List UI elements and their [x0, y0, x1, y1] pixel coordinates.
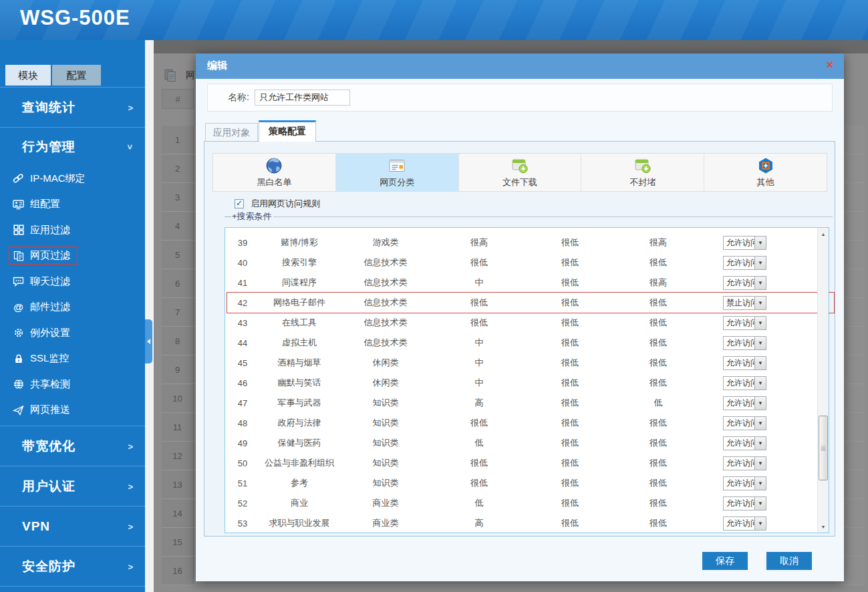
- risk-level-1: 很低: [432, 257, 526, 269]
- chevron-down-icon[interactable]: ▼: [754, 357, 766, 369]
- sidebar-item-6[interactable]: 例外设置: [0, 320, 145, 346]
- scrollbar-grip-icon: [821, 446, 826, 450]
- action-select[interactable]: 允许访问▼: [723, 516, 766, 531]
- risk-level-1: 很低: [432, 297, 526, 309]
- risk-level-3: 很低: [614, 517, 702, 529]
- category-name: 军事与武器: [260, 397, 339, 409]
- chevron-down-icon[interactable]: ▼: [754, 417, 766, 430]
- category-rule-row: 52商业商业类低很低很低允许访问▼: [225, 493, 817, 513]
- category-group: 知识类: [339, 437, 432, 449]
- chevron-down-icon[interactable]: ▼: [754, 277, 766, 289]
- action-cell: 允许访问▼: [702, 416, 817, 430]
- risk-level-3: 很低: [614, 457, 702, 469]
- name-input[interactable]: [255, 90, 350, 106]
- action-cell: 允许访问▼: [702, 436, 817, 450]
- rule-number: 41: [225, 278, 260, 288]
- risk-level-2: 很低: [526, 317, 614, 329]
- chevron-down-icon[interactable]: ▼: [754, 517, 766, 530]
- action-select[interactable]: 允许访问▼: [723, 316, 766, 330]
- chevron-down-icon[interactable]: ▼: [754, 297, 766, 309]
- rule-number: 47: [225, 398, 260, 408]
- sidebar-item-2[interactable]: 应用过滤: [0, 217, 145, 243]
- action-select[interactable]: 允许访问▼: [723, 336, 766, 350]
- sidebar-item-8[interactable]: 共享检测: [0, 372, 145, 398]
- policy-tab-other[interactable]: 其他: [704, 154, 827, 191]
- top-header: WSG-500E: [0, 0, 868, 40]
- sidebar-item-5[interactable]: @邮件过滤: [0, 295, 145, 321]
- action-select[interactable]: 禁止访问▼: [723, 296, 766, 310]
- gear-icon: [12, 327, 25, 339]
- sidebar-item-3[interactable]: 网页过滤: [0, 243, 145, 269]
- chevron-down-icon[interactable]: ▼: [754, 397, 766, 410]
- policy-tab-web-categories[interactable]: 网页分类: [336, 154, 459, 191]
- sidebar-item-7[interactable]: SSL监控: [0, 346, 145, 372]
- action-cell: 允许访问▼: [702, 496, 817, 510]
- category-group: 商业类: [339, 497, 432, 509]
- action-select[interactable]: 允许访问▼: [723, 496, 766, 510]
- sidebar-section-security[interactable]: 安全防护 >: [0, 546, 145, 586]
- chevron-down-icon[interactable]: ▼: [754, 477, 766, 490]
- policy-tab-no-block[interactable]: 不封堵: [581, 154, 704, 191]
- category-name: 政府与法律: [260, 417, 339, 429]
- sidebar-section-query-stats[interactable]: 查询统计 >: [0, 87, 145, 127]
- category-group: 知识类: [339, 457, 432, 469]
- chevron-down-icon[interactable]: ▼: [754, 317, 766, 329]
- sidebar-section-user-auth[interactable]: 用户认证 >: [0, 466, 145, 506]
- tab-apply-objects[interactable]: 应用对象: [205, 123, 258, 142]
- cancel-button[interactable]: 取消: [766, 552, 812, 570]
- category-rule-row: 51参考知识类很低很低很低允许访问▼: [225, 473, 817, 493]
- sidebar: 模块 配置 查询统计 > 行为管理 > IP-MAC绑定组配置应用过滤网页过滤聊…: [0, 40, 145, 592]
- category-rule-row: 48政府与法律知识类很低很低很低允许访问▼: [225, 413, 817, 433]
- sidebar-item-9[interactable]: 网页推送: [0, 398, 145, 424]
- action-select[interactable]: 允许访问▼: [723, 476, 766, 490]
- app-title: WSG-500E: [20, 6, 130, 30]
- save-button[interactable]: 保存: [702, 552, 748, 570]
- action-select[interactable]: 允许访问▼: [723, 376, 766, 390]
- risk-level-2: 很低: [526, 377, 614, 389]
- risk-level-1: 中: [432, 337, 526, 349]
- category-group: 游戏类: [339, 237, 432, 249]
- sidebar-item-wrap: 应用过滤: [9, 221, 78, 239]
- chevron-down-icon[interactable]: ▼: [754, 257, 766, 269]
- risk-level-3: 很高: [614, 237, 702, 249]
- sidebar-collapse-handle[interactable]: [145, 319, 152, 363]
- sidebar-section-behavior-mgmt[interactable]: 行为管理 >: [0, 127, 145, 166]
- search-conditions-label[interactable]: +搜索条件: [232, 210, 272, 223]
- action-select[interactable]: 允许访问▼: [723, 396, 766, 410]
- tab-policy-config[interactable]: 策略配置: [259, 120, 316, 142]
- table-scrollbar[interactable]: ▲ ▼: [817, 228, 829, 533]
- chevron-down-icon[interactable]: ▼: [754, 497, 766, 510]
- policy-tab-blackwhite-list[interactable]: 黑白名单: [213, 154, 336, 191]
- sidebar-item-wrap: 组配置: [9, 195, 67, 213]
- chevron-down-icon[interactable]: ▼: [754, 437, 766, 450]
- chevron-down-icon[interactable]: ▼: [754, 337, 766, 349]
- sidebar-item-1[interactable]: 组配置: [0, 192, 145, 218]
- category-group: 信息技术类: [339, 337, 432, 349]
- sidebar-tab-config[interactable]: 配置: [52, 65, 101, 86]
- scroll-up-arrow-icon[interactable]: ▲: [818, 229, 829, 239]
- action-select[interactable]: 允许访问▼: [723, 436, 766, 450]
- action-select[interactable]: 允许访问▼: [723, 356, 766, 370]
- action-select[interactable]: 允许访问▼: [723, 456, 766, 470]
- enable-web-rule-checkbox[interactable]: [235, 199, 244, 208]
- category-rule-row: 40搜索引擎信息技术类很低很低很低允许访问▼: [225, 253, 817, 273]
- policy-tab-file-download[interactable]: 文件下载: [459, 154, 582, 191]
- action-select[interactable]: 允许访问▼: [723, 416, 766, 430]
- chevron-down-icon[interactable]: ▼: [754, 377, 766, 390]
- action-select[interactable]: 允许访问▼: [723, 276, 766, 290]
- chevron-down-icon[interactable]: ▼: [754, 457, 766, 470]
- action-select[interactable]: 允许访问▼: [723, 236, 766, 250]
- sidebar-section-label: 带宽优化: [22, 438, 76, 455]
- action-select[interactable]: 允许访问▼: [723, 256, 766, 270]
- sidebar-tab-modules[interactable]: 模块: [5, 65, 51, 86]
- sidebar-section-vpn[interactable]: VPN >: [0, 506, 145, 546]
- scroll-down-arrow-icon[interactable]: ▼: [818, 521, 829, 532]
- scrollbar-thumb[interactable]: [819, 416, 828, 480]
- sidebar-item-0[interactable]: IP-MAC绑定: [0, 166, 145, 192]
- sidebar-section-divider: [0, 586, 145, 592]
- chevron-down-icon[interactable]: ▼: [754, 237, 766, 249]
- sidebar-item-4[interactable]: 聊天过滤: [0, 269, 145, 295]
- risk-level-3: 很低: [614, 337, 702, 349]
- sidebar-section-bandwidth[interactable]: 带宽优化 >: [0, 426, 145, 466]
- close-icon[interactable]: ×: [826, 59, 833, 71]
